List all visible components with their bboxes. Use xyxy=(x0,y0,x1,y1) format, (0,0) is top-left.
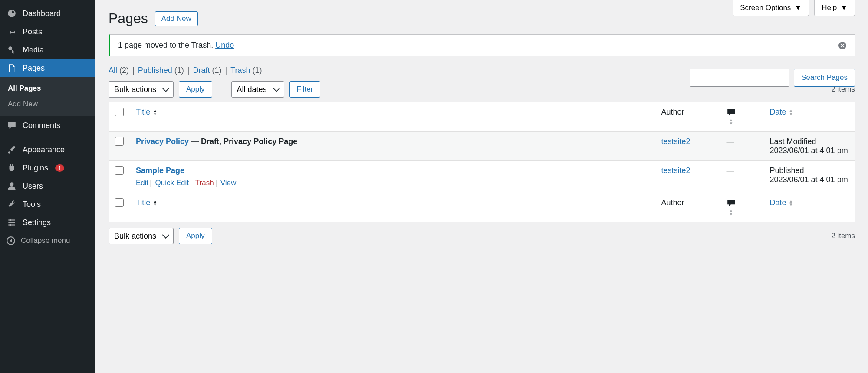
sidebar-item-plugins[interactable]: Plugins 1 xyxy=(0,159,95,177)
admin-sidebar: Dashboard Posts Media Pages All Pages Ad… xyxy=(0,0,95,373)
row-title-link[interactable]: Privacy Policy xyxy=(136,137,189,146)
media-icon xyxy=(6,45,17,55)
plugin-update-badge: 1 xyxy=(55,164,64,172)
pages-icon xyxy=(6,63,17,73)
comment-icon xyxy=(6,121,17,130)
sidebar-submenu-pages: All Pages Add New xyxy=(0,77,95,116)
sidebar-label: Pages xyxy=(23,64,45,73)
row-action-trash[interactable]: Trash xyxy=(195,179,214,187)
row-author-link[interactable]: testsite2 xyxy=(661,137,690,146)
add-new-button[interactable]: Add New xyxy=(155,11,198,26)
filter-all[interactable]: All xyxy=(108,66,117,75)
row-title-suffix: — Draft, Privacy Policy Page xyxy=(189,137,297,146)
filter-all-count: (2) xyxy=(119,66,129,75)
sidebar-item-pages[interactable]: Pages xyxy=(0,59,95,77)
main-content: Screen Options ▼ Help ▼ Pages Add New 1 … xyxy=(95,0,868,373)
filter-trash[interactable]: Trash xyxy=(230,66,250,75)
row-checkbox[interactable] xyxy=(115,137,124,146)
sidebar-label: Posts xyxy=(23,27,42,36)
row-title-link[interactable]: Sample Page xyxy=(136,166,184,175)
select-all-checkbox-footer[interactable] xyxy=(115,198,124,207)
brush-icon xyxy=(6,145,17,154)
undo-link[interactable]: Undo xyxy=(215,41,234,49)
screen-options-button[interactable]: Screen Options ▼ xyxy=(733,0,809,16)
sidebar-label: Dashboard xyxy=(23,9,61,18)
sidebar-label: Media xyxy=(23,46,44,55)
sidebar-item-media[interactable]: Media xyxy=(0,41,95,59)
row-author-link[interactable]: testsite2 xyxy=(661,166,690,175)
wrench-icon xyxy=(6,200,17,209)
svg-point-1 xyxy=(10,182,14,186)
user-icon xyxy=(6,181,17,191)
apply-bulk-button[interactable]: Apply xyxy=(179,81,212,98)
row-checkbox[interactable] xyxy=(115,166,124,175)
filter-button[interactable]: Filter xyxy=(289,81,321,98)
notice-trash: 1 page moved to the Trash. Undo xyxy=(108,34,855,56)
bulk-actions-bottom: Bulk actions Apply 2 items xyxy=(108,228,855,244)
screen-options-label: Screen Options xyxy=(740,3,791,12)
date-filter-select[interactable]: All dates xyxy=(231,81,284,98)
close-icon xyxy=(838,41,847,50)
col-title-sort[interactable]: Title▲▼ xyxy=(136,108,157,116)
row-action-edit[interactable]: Edit xyxy=(136,179,148,187)
search-input[interactable] xyxy=(690,69,789,87)
row-actions: Edit| Quick Edit| Trash| View xyxy=(136,179,649,187)
row-action-view[interactable]: View xyxy=(220,179,237,187)
plugin-icon xyxy=(6,163,17,173)
dismiss-notice-button[interactable] xyxy=(838,41,847,50)
row-comments: — xyxy=(720,132,764,161)
sidebar-item-users[interactable]: Users xyxy=(0,177,95,195)
svg-point-0 xyxy=(8,46,12,50)
caret-down-icon: ▼ xyxy=(840,3,848,12)
table-row: Privacy Policy — Draft, Privacy Policy P… xyxy=(109,132,855,161)
page-title: Pages xyxy=(108,10,148,26)
filter-trash-count: (1) xyxy=(253,66,262,75)
notice-text: 1 page moved to the Trash. xyxy=(118,41,215,49)
bulk-action-select[interactable]: Bulk actions xyxy=(108,81,174,98)
pin-icon xyxy=(6,27,17,36)
filter-published-count: (1) xyxy=(174,66,184,75)
search-button[interactable]: Search Pages xyxy=(794,69,855,87)
collapse-icon xyxy=(6,236,16,245)
help-button[interactable]: Help ▼ xyxy=(814,0,855,16)
apply-bulk-button-bottom[interactable]: Apply xyxy=(179,228,212,244)
sidebar-label: Settings xyxy=(23,218,51,227)
sidebar-item-posts[interactable]: Posts xyxy=(0,23,95,41)
row-action-quickedit[interactable]: Quick Edit xyxy=(155,179,188,187)
sidebar-label: Users xyxy=(23,182,43,191)
collapse-label: Collapse menu xyxy=(21,236,70,245)
sidebar-item-settings[interactable]: Settings xyxy=(0,213,95,232)
dashboard-icon xyxy=(6,9,17,18)
col-author-footer: Author xyxy=(655,193,720,222)
svg-point-7 xyxy=(10,224,11,226)
settings-icon xyxy=(6,218,17,227)
filter-draft[interactable]: Draft xyxy=(193,66,210,75)
col-title-sort-footer[interactable]: Title▲▼ xyxy=(136,198,157,207)
sidebar-sub-all-pages[interactable]: All Pages xyxy=(0,81,95,96)
top-right-buttons: Screen Options ▼ Help ▼ xyxy=(733,0,855,16)
collapse-menu-button[interactable]: Collapse menu xyxy=(0,232,95,250)
sidebar-sub-add-new[interactable]: Add New xyxy=(0,96,95,112)
row-date: Published2023/06/01 at 4:01 pm xyxy=(764,161,855,193)
col-date-sort-footer[interactable]: Date▲▼ xyxy=(770,198,793,207)
sidebar-item-appearance[interactable]: Appearance xyxy=(0,141,95,159)
select-all-checkbox[interactable] xyxy=(115,108,124,116)
pages-table: Title▲▼ Author ▲▼ Date▲▼ Privacy Policy … xyxy=(108,102,855,222)
sort-icon: ▲▼ xyxy=(729,118,733,125)
filter-draft-count: (1) xyxy=(212,66,222,75)
sidebar-item-dashboard[interactable]: Dashboard xyxy=(0,4,95,23)
bulk-action-select-bottom[interactable]: Bulk actions xyxy=(108,228,174,244)
filter-published[interactable]: Published xyxy=(138,66,172,75)
row-comments: — xyxy=(720,161,764,193)
svg-point-6 xyxy=(12,222,14,223)
comment-icon xyxy=(727,108,758,117)
comment-icon xyxy=(727,198,758,208)
svg-point-5 xyxy=(10,219,11,221)
search-row: Search Pages xyxy=(690,69,855,87)
help-label: Help xyxy=(822,3,837,12)
sidebar-label: Tools xyxy=(23,200,41,209)
col-date-sort[interactable]: Date▲▼ xyxy=(770,108,793,116)
sidebar-item-comments[interactable]: Comments xyxy=(0,116,95,134)
sidebar-item-tools[interactable]: Tools xyxy=(0,195,95,213)
sidebar-label: Appearance xyxy=(23,145,65,154)
